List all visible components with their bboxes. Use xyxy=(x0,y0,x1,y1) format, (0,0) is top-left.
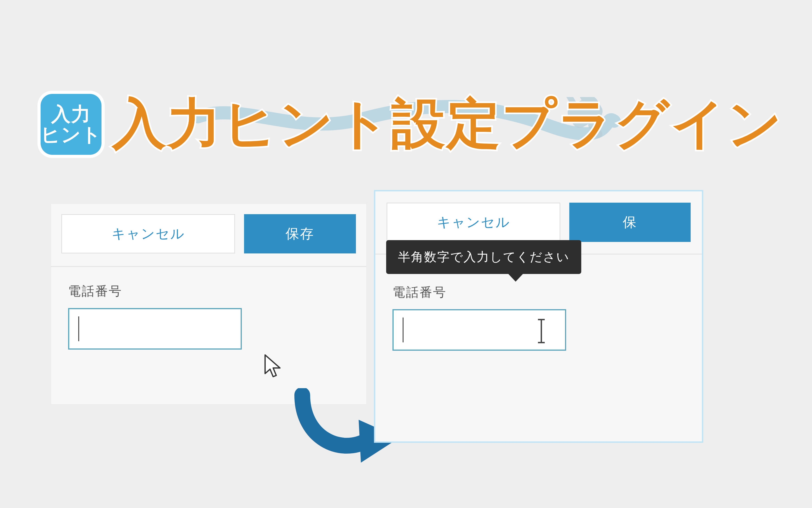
title-row: 入力 ヒント 入力ヒント設定プラグイン xyxy=(41,88,783,161)
app-icon-line1: 入力 xyxy=(41,104,101,124)
cancel-button[interactable]: キャンセル xyxy=(61,214,235,253)
text-caret xyxy=(78,316,79,341)
cancel-button-label: キャンセル xyxy=(437,213,510,231)
save-button[interactable]: 保存 xyxy=(244,214,356,253)
save-button-label: 保存 xyxy=(285,225,314,243)
tooltip-text: 半角数字で入力してください xyxy=(398,250,570,264)
phone-input[interactable] xyxy=(68,308,242,349)
cancel-button[interactable]: キャンセル xyxy=(387,203,560,242)
page-title: 入力ヒント設定プラグイン xyxy=(112,88,783,161)
panel-before: キャンセル 保存 電話番号 xyxy=(51,204,366,405)
text-caret xyxy=(403,318,404,342)
save-button-label: 保 xyxy=(623,213,637,231)
form-before: 電話番号 xyxy=(51,267,366,349)
toolbar-before: キャンセル 保存 xyxy=(51,204,366,267)
save-button[interactable]: 保 xyxy=(569,203,691,242)
cancel-button-label: キャンセル xyxy=(111,225,185,243)
panel-after: キャンセル 保 半角数字で入力してください 電話番号 xyxy=(374,190,703,443)
phone-input[interactable] xyxy=(393,309,566,351)
cursor-arrow-icon xyxy=(263,354,283,379)
app-icon-line2: ヒント xyxy=(41,124,101,145)
text-ibeam-icon xyxy=(538,319,545,343)
input-hint-tooltip: 半角数字で入力してください xyxy=(386,240,581,274)
phone-field-label: 電話番号 xyxy=(68,283,349,300)
app-icon: 入力 ヒント xyxy=(41,94,101,155)
phone-field-label: 電話番号 xyxy=(393,284,685,301)
form-after: 半角数字で入力してください 電話番号 xyxy=(375,255,702,351)
